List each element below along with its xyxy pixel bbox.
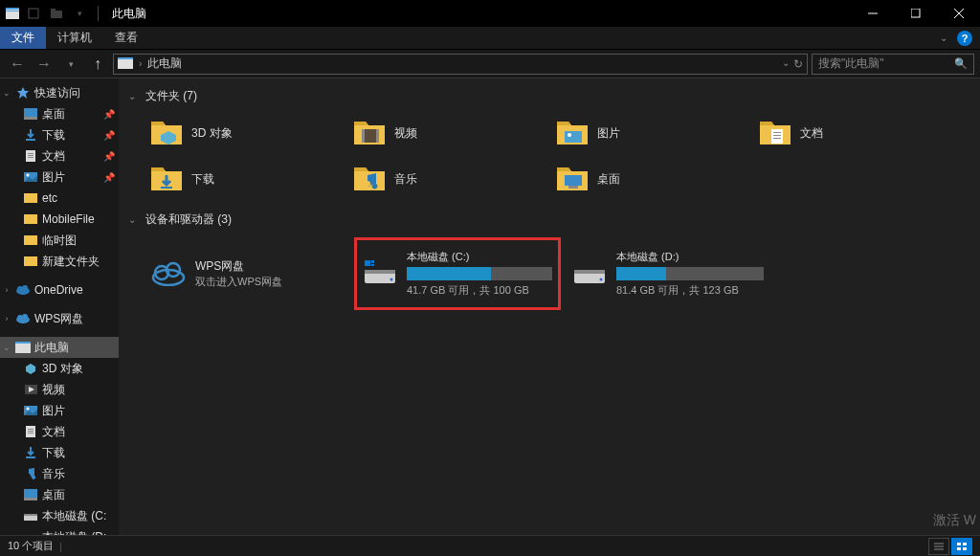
sidebar-pc-item[interactable]: 本地磁盘 (C: — [0, 505, 119, 526]
svg-rect-19 — [28, 157, 33, 158]
qat-dropdown-icon[interactable]: ▾ — [71, 5, 88, 22]
sidebar-item-label: OneDrive — [34, 283, 83, 297]
ribbon-tab-view[interactable]: 查看 — [103, 27, 149, 49]
folder-icon — [555, 162, 590, 196]
navigation-pane[interactable]: ⌄ 快速访问 桌面 📌 下载 📌 文档 📌 图片 📌 etc MobileFil… — [0, 78, 119, 535]
sidebar-pc-item[interactable]: 3D 对象 — [0, 358, 119, 379]
svg-rect-74 — [371, 264, 374, 266]
svg-rect-73 — [371, 260, 374, 263]
pin-icon: 📌 — [103, 172, 115, 183]
svg-rect-41 — [28, 433, 33, 434]
folder-icon — [149, 162, 184, 196]
sidebar-item-label: 3D 对象 — [42, 361, 83, 377]
svg-rect-24 — [24, 235, 37, 245]
sidebar-item-label: 快速访问 — [34, 85, 80, 101]
sidebar-pc-item[interactable]: 本地磁盘 (D: — [0, 526, 119, 535]
drive-sub: 81.4 GB 可用，共 123 GB — [616, 283, 764, 298]
svg-rect-10 — [118, 57, 133, 59]
sidebar-quick-item[interactable]: 临时图 — [0, 230, 119, 251]
sidebar-item-label: 桌面 — [42, 106, 65, 122]
svg-rect-65 — [568, 186, 578, 189]
nav-recent-dropdown[interactable]: ▾ — [59, 53, 82, 76]
sidebar-quick-item[interactable]: 文档 📌 — [0, 145, 119, 167]
cloud-icon — [15, 311, 31, 326]
address-dropdown-icon[interactable]: ⌄ — [782, 57, 790, 71]
view-details-button[interactable] — [928, 538, 949, 555]
item-icon — [23, 148, 38, 164]
caret-icon[interactable]: ⌄ — [2, 343, 11, 352]
folder-label: 下载 — [191, 171, 214, 188]
svg-point-28 — [22, 285, 28, 291]
pin-icon: 📌 — [103, 130, 115, 141]
sidebar-pc-item[interactable]: 文档 — [0, 421, 119, 442]
svg-rect-44 — [24, 498, 37, 500]
sidebar-pc-item[interactable]: 图片 — [0, 400, 119, 421]
help-icon[interactable]: ? — [957, 31, 972, 46]
nav-forward-button[interactable]: → — [33, 53, 56, 76]
caret-icon[interactable]: ⌄ — [2, 88, 11, 98]
maximize-button[interactable] — [894, 0, 937, 27]
sidebar-quick-item[interactable]: 桌面 📌 — [0, 103, 119, 124]
search-input[interactable]: 搜索"此电脑" 🔍 — [812, 54, 974, 75]
sidebar-quick-access[interactable]: ⌄ 快速访问 — [0, 82, 119, 103]
sidebar-pc-item[interactable]: 下载 — [0, 442, 119, 463]
folder-item[interactable]: 文档 — [756, 114, 955, 152]
drive-item[interactable]: 本地磁盘 (D:) 81.4 GB 可用，共 123 GB — [568, 237, 768, 310]
sidebar-quick-item[interactable]: 下载 📌 — [0, 124, 119, 145]
item-icon — [23, 508, 38, 523]
ribbon-tab-file[interactable]: 文件 — [0, 27, 46, 49]
qat-new-folder-icon[interactable] — [48, 5, 65, 22]
sidebar-item-label: 此电脑 — [34, 340, 69, 356]
address-bar[interactable]: › 此电脑 ⌄ ↻ — [113, 54, 808, 75]
view-tiles-button[interactable] — [951, 538, 972, 555]
sidebar-wps[interactable]: › WPS网盘 — [0, 308, 119, 329]
svg-rect-33 — [15, 344, 31, 353]
sidebar-pc-item[interactable]: 视频 — [0, 379, 119, 400]
svg-point-31 — [22, 314, 28, 320]
folder-item[interactable]: 音乐 — [350, 160, 549, 198]
sidebar-quick-item[interactable]: MobileFile — [0, 209, 119, 230]
sidebar-quick-item[interactable]: 新建文件夹 — [0, 251, 119, 272]
folder-item[interactable]: 桌面 — [553, 160, 752, 198]
wps-cloud-item[interactable]: WPS网盘 双击进入WPS网盘 — [147, 237, 346, 310]
folder-icon — [352, 116, 387, 150]
ribbon-tab-computer[interactable]: 计算机 — [46, 27, 103, 49]
folder-item[interactable]: 下载 — [147, 160, 346, 198]
group-header-drives[interactable]: ⌄ 设备和驱动器 (3) — [128, 208, 970, 232]
sidebar-quick-item[interactable]: 图片 📌 — [0, 167, 119, 188]
sidebar-this-pc[interactable]: ⌄ 此电脑 — [0, 337, 119, 358]
ribbon: 文件 计算机 查看 ⌄ ? — [0, 27, 980, 50]
svg-rect-46 — [24, 514, 37, 516]
svg-rect-56 — [376, 129, 379, 143]
folder-item[interactable]: 3D 对象 — [147, 114, 346, 152]
folder-icon — [149, 116, 184, 150]
drive-item[interactable]: 本地磁盘 (C:) 41.7 GB 可用，共 100 GB — [354, 237, 561, 310]
caret-icon[interactable]: › — [2, 314, 11, 323]
sidebar-quick-item[interactable]: etc — [0, 188, 119, 209]
item-icon — [23, 445, 38, 460]
item-icon — [23, 403, 38, 418]
pin-icon: 📌 — [103, 109, 115, 120]
cloud-icon — [15, 282, 31, 298]
chevron-down-icon[interactable]: ⌄ — [128, 91, 140, 101]
drive-sub: 双击进入WPS网盘 — [195, 275, 282, 289]
nav-up-button[interactable]: ↑ — [86, 53, 109, 76]
svg-point-30 — [17, 315, 23, 321]
sidebar-pc-item[interactable]: 音乐 — [0, 463, 119, 484]
svg-rect-17 — [28, 153, 33, 154]
qat-properties-icon[interactable] — [25, 5, 42, 22]
drive-label: WPS网盘 — [195, 258, 282, 275]
close-button[interactable] — [937, 0, 980, 27]
sidebar-onedrive[interactable]: › OneDrive — [0, 279, 119, 300]
minimize-button[interactable] — [851, 0, 894, 27]
address-refresh-icon[interactable]: ↻ — [793, 57, 803, 71]
group-header-folders[interactable]: ⌄ 文件夹 (7) — [128, 84, 970, 108]
chevron-down-icon[interactable]: ⌄ — [128, 214, 140, 225]
content-pane[interactable]: ⌄ 文件夹 (7) 3D 对象 视频 图片 文档 下载 音乐 — [119, 78, 980, 535]
ribbon-collapse-icon[interactable]: ⌄ — [940, 33, 947, 43]
folder-item[interactable]: 图片 — [553, 114, 752, 152]
caret-icon[interactable]: › — [2, 285, 11, 295]
nav-back-button[interactable]: ← — [6, 53, 29, 76]
folder-item[interactable]: 视频 — [350, 114, 549, 152]
sidebar-pc-item[interactable]: 桌面 — [0, 484, 119, 505]
